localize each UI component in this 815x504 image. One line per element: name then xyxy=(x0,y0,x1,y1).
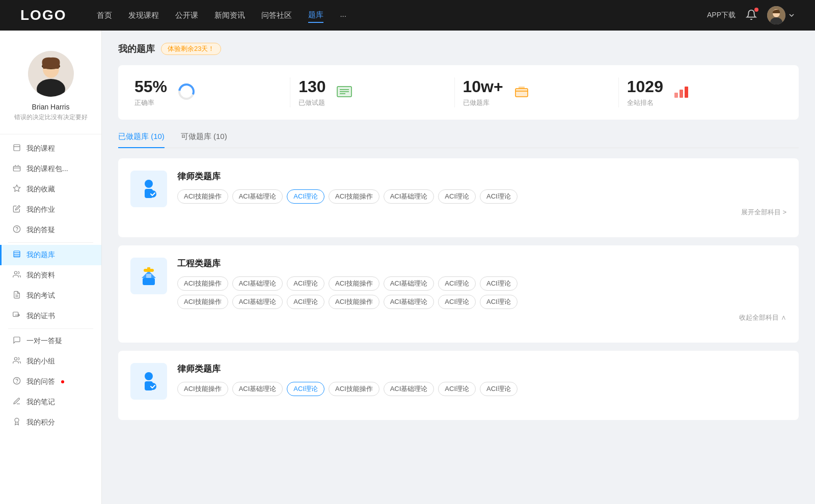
tag-2-0-2[interactable]: ACI理论 xyxy=(287,276,324,291)
tag-3-6[interactable]: ACI理论 xyxy=(480,382,518,396)
tag-3-4[interactable]: ACI基础理论 xyxy=(384,382,434,396)
sidebar-label-course-package: 我的课程包... xyxy=(26,164,68,174)
tag-2-1-3[interactable]: ACI技能操作 xyxy=(329,295,379,309)
sidebar-item-homework[interactable]: 我的作业 xyxy=(0,200,101,220)
stat-rank-label: 全站排名 xyxy=(627,98,663,107)
svg-marker-13 xyxy=(13,185,20,191)
sidebar-label-tutoring: 一对一答疑 xyxy=(26,337,62,346)
banks-done-icon xyxy=(513,83,530,101)
sidebar-label-group: 我的小组 xyxy=(26,357,55,366)
sidebar-menu: 我的课程 我的课程包... 我的收藏 我的作业 xyxy=(0,138,101,433)
notification-dot xyxy=(754,8,758,12)
nav-news[interactable]: 新闻资讯 xyxy=(214,9,245,22)
nav-open-course[interactable]: 公开课 xyxy=(175,9,198,22)
svg-point-49 xyxy=(145,372,153,380)
nav-home[interactable]: 首页 xyxy=(97,9,112,22)
app-download-button[interactable]: APP下载 xyxy=(707,11,736,20)
qbank-content-3: 律师类题库 ACI技能操作 ACI基础理论 ACI理论 ACI技能操作 ACI基… xyxy=(177,363,786,396)
sidebar-item-favorites[interactable]: 我的收藏 xyxy=(0,179,101,200)
tag-3-5[interactable]: ACI理论 xyxy=(438,382,476,396)
notification-bell[interactable] xyxy=(746,9,757,22)
tag-1-6[interactable]: ACI理论 xyxy=(480,189,518,204)
collapse-link-2[interactable]: 收起全部科目 ∧ xyxy=(177,313,786,322)
main-content: 我的题库 体验剩余23天！ 55% 正确率 130 xyxy=(102,31,815,504)
sidebar-label-qbank: 我的题库 xyxy=(26,250,55,260)
sidebar-item-course-package[interactable]: 我的课程包... xyxy=(0,159,101,179)
sidebar-item-profile[interactable]: 我的资料 xyxy=(0,265,101,286)
stat-accuracy: 55% 正确率 xyxy=(134,77,290,107)
tab-available-banks[interactable]: 可做题库 (10) xyxy=(181,132,227,148)
tag-1-1[interactable]: ACI基础理论 xyxy=(232,189,283,204)
tag-2-0-1[interactable]: ACI基础理论 xyxy=(232,276,283,291)
user-avatar-dropdown[interactable] xyxy=(767,6,795,24)
qbank-title-1: 律师类题库 xyxy=(177,171,786,182)
sidebar-item-exam[interactable]: 我的考试 xyxy=(0,286,101,306)
certificate-icon xyxy=(12,311,21,321)
qa-notification-dot xyxy=(61,380,64,383)
tag-3-2[interactable]: ACI理论 xyxy=(287,382,324,396)
svg-rect-48 xyxy=(147,267,150,269)
tag-1-0[interactable]: ACI技能操作 xyxy=(177,189,228,204)
tag-2-0-0[interactable]: ACI技能操作 xyxy=(177,276,228,291)
tag-2-0-6[interactable]: ACI理论 xyxy=(480,276,518,291)
svg-rect-35 xyxy=(515,89,528,97)
tag-1-3[interactable]: ACI技能操作 xyxy=(329,189,379,204)
svg-rect-46 xyxy=(146,274,151,278)
notes-icon xyxy=(12,397,21,407)
nav-more[interactable]: ··· xyxy=(340,9,346,22)
exam-icon xyxy=(12,291,21,301)
stat-questions-done-label: 已做试题 xyxy=(298,98,325,107)
sidebar-item-my-courses[interactable]: 我的课程 xyxy=(0,138,101,159)
homework-icon xyxy=(12,205,21,215)
sidebar-item-notes[interactable]: 我的笔记 xyxy=(0,392,101,412)
sidebar-label-points: 我的积分 xyxy=(26,418,55,427)
tag-2-1-0[interactable]: ACI技能操作 xyxy=(177,295,228,309)
nav-qa[interactable]: 问答社区 xyxy=(261,9,292,22)
tag-2-0-5[interactable]: ACI理论 xyxy=(438,276,476,291)
user-nav-avatar xyxy=(767,6,785,24)
svg-rect-40 xyxy=(680,90,683,98)
tag-1-4[interactable]: ACI基础理论 xyxy=(384,189,434,204)
tag-2-0-3[interactable]: ACI技能操作 xyxy=(329,276,379,291)
accuracy-chart-icon xyxy=(177,82,196,102)
star-icon xyxy=(12,184,21,194)
tag-3-1[interactable]: ACI基础理论 xyxy=(232,382,283,396)
tag-2-1-1[interactable]: ACI基础理论 xyxy=(232,295,283,309)
stat-questions-done-value: 130 xyxy=(298,77,325,96)
tag-2-1-2[interactable]: ACI理论 xyxy=(287,295,324,309)
nav-menu: 首页 发现课程 公开课 新闻资讯 问答社区 题库 ··· xyxy=(97,8,707,23)
sidebar-item-questions[interactable]: 我的答疑 xyxy=(0,220,101,240)
qbank-card-1: 律师类题库 ACI技能操作 ACI基础理论 ACI理论 ACI技能操作 ACI基… xyxy=(118,158,799,237)
tag-2-1-4[interactable]: ACI基础理论 xyxy=(384,295,434,309)
tag-3-3[interactable]: ACI技能操作 xyxy=(329,382,379,396)
tag-1-5[interactable]: ACI理论 xyxy=(438,189,476,204)
avatar xyxy=(28,51,74,97)
tabs-bar: 已做题库 (10) 可做题库 (10) xyxy=(118,132,799,148)
nav-qbank[interactable]: 题库 xyxy=(308,8,323,23)
tag-2-0-4[interactable]: ACI基础理论 xyxy=(384,276,434,291)
stat-banks-done-label: 已做题库 xyxy=(463,98,503,107)
svg-rect-9 xyxy=(13,166,20,171)
tag-2-1-5[interactable]: ACI理论 xyxy=(438,295,476,309)
sidebar-item-my-qa[interactable]: 我的问答 xyxy=(0,372,101,392)
stat-rank-value: 1029 xyxy=(627,77,663,96)
svg-point-42 xyxy=(145,180,153,188)
tag-1-2[interactable]: ACI理论 xyxy=(287,189,324,204)
sidebar-item-qbank[interactable]: 我的题库 xyxy=(0,245,101,265)
package-icon xyxy=(12,164,21,174)
sidebar-item-points[interactable]: 我的积分 xyxy=(0,412,101,433)
svg-point-20 xyxy=(14,271,17,274)
expand-link-1[interactable]: 展开全部科目 > xyxy=(177,208,786,217)
sidebar-item-group[interactable]: 我的小组 xyxy=(0,351,101,372)
tag-2-1-6[interactable]: ACI理论 xyxy=(480,295,518,309)
sidebar-item-tutoring[interactable]: 一对一答疑 xyxy=(0,331,101,351)
nav-courses[interactable]: 发现课程 xyxy=(128,9,159,22)
group-icon xyxy=(12,356,21,367)
stat-banks-done-value: 10w+ xyxy=(463,77,503,96)
tab-done-banks[interactable]: 已做题库 (10) xyxy=(118,132,165,148)
logo[interactable]: LOGO xyxy=(20,7,66,23)
qbank-content-1: 律师类题库 ACI技能操作 ACI基础理论 ACI理论 ACI技能操作 ACI基… xyxy=(177,171,786,217)
tag-3-0[interactable]: ACI技能操作 xyxy=(177,382,228,396)
divider-2 xyxy=(8,328,93,329)
sidebar-item-certificate[interactable]: 我的证书 xyxy=(0,306,101,326)
